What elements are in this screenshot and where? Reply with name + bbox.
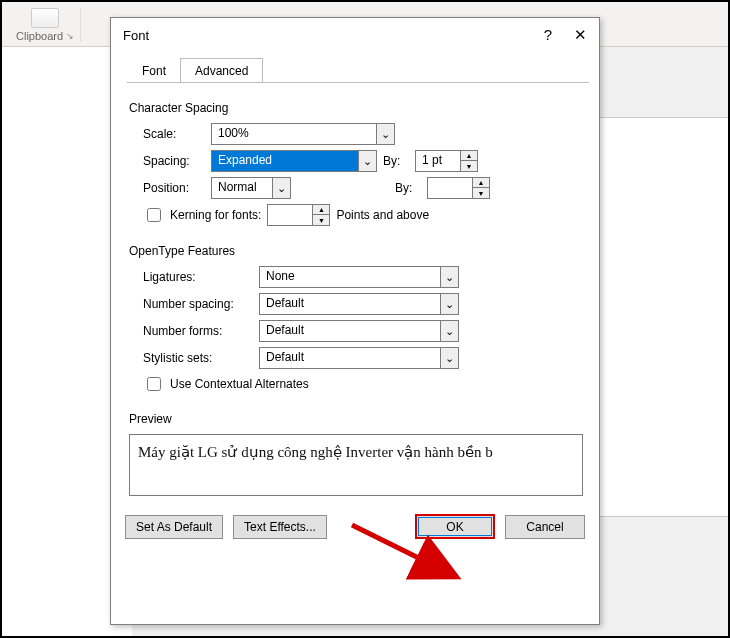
ok-button[interactable]: OK <box>415 514 495 539</box>
numforms-value: Default <box>260 321 440 341</box>
contextual-alternates-label: Use Contextual Alternates <box>170 377 309 391</box>
contextual-alternates-checkbox[interactable] <box>147 377 161 391</box>
position-value: Normal <box>212 178 272 198</box>
down-arrow-icon[interactable]: ▼ <box>313 215 329 225</box>
down-arrow-icon[interactable]: ▼ <box>473 188 489 198</box>
ligatures-label: Ligatures: <box>143 270 253 284</box>
stylistic-combo[interactable]: Default <box>259 347 459 369</box>
preview-text: Máy giặt LG sử dụng công nghệ Inverter v… <box>138 444 493 460</box>
scale-combo[interactable]: 100% <box>211 123 395 145</box>
kerning-suffix: Points and above <box>336 208 429 222</box>
chevron-down-icon[interactable] <box>376 124 394 144</box>
position-combo[interactable]: Normal <box>211 177 291 199</box>
kerning-spinner[interactable]: ▲▼ <box>267 204 330 226</box>
set-as-default-button[interactable]: Set As Default <box>125 515 223 539</box>
chevron-down-icon[interactable] <box>440 321 458 341</box>
stylistic-value: Default <box>260 348 440 368</box>
numspacing-value: Default <box>260 294 440 314</box>
up-arrow-icon[interactable]: ▲ <box>461 151 477 161</box>
spacing-label: Spacing: <box>143 154 205 168</box>
numspacing-label: Number spacing: <box>143 297 253 311</box>
chevron-down-icon[interactable] <box>272 178 290 198</box>
clipboard-group-label: Clipboard <box>16 30 63 42</box>
format-painter-button[interactable] <box>31 8 59 28</box>
spacing-by-value: 1 pt <box>416 151 460 171</box>
preview-group: Preview <box>129 412 583 426</box>
numforms-combo[interactable]: Default <box>259 320 459 342</box>
text-effects-button[interactable]: Text Effects... <box>233 515 327 539</box>
help-button[interactable]: ? <box>544 26 552 44</box>
ligatures-combo[interactable]: None <box>259 266 459 288</box>
scale-value: 100% <box>212 124 376 144</box>
up-arrow-icon[interactable]: ▲ <box>473 178 489 188</box>
numspacing-combo[interactable]: Default <box>259 293 459 315</box>
numforms-label: Number forms: <box>143 324 253 338</box>
character-spacing-group: Character Spacing <box>129 101 583 115</box>
tab-advanced[interactable]: Advanced <box>180 58 263 83</box>
chevron-down-icon[interactable] <box>358 151 376 171</box>
ligatures-value: None <box>260 267 440 287</box>
stylistic-label: Stylistic sets: <box>143 351 253 365</box>
scale-label: Scale: <box>143 127 205 141</box>
chevron-down-icon[interactable] <box>440 294 458 314</box>
spacing-value: Expanded <box>212 151 358 171</box>
position-by-label: By: <box>395 181 421 195</box>
down-arrow-icon[interactable]: ▼ <box>461 161 477 171</box>
position-by-value <box>428 178 472 198</box>
spacing-by-label: By: <box>383 154 409 168</box>
dialog-title: Font <box>123 28 149 43</box>
chevron-down-icon[interactable] <box>440 348 458 368</box>
up-arrow-icon[interactable]: ▲ <box>313 205 329 215</box>
position-label: Position: <box>143 181 205 195</box>
spacing-combo[interactable]: Expanded <box>211 150 377 172</box>
kerning-value <box>268 205 312 225</box>
spacing-by-spinner[interactable]: 1 pt ▲▼ <box>415 150 478 172</box>
font-dialog: Font ? ✕ Font Advanced Character Spacing… <box>110 17 600 625</box>
tab-font[interactable]: Font <box>127 58 181 83</box>
cancel-button[interactable]: Cancel <box>505 515 585 539</box>
preview-box: Máy giặt LG sử dụng công nghệ Inverter v… <box>129 434 583 496</box>
chevron-down-icon[interactable] <box>440 267 458 287</box>
position-by-spinner[interactable]: ▲▼ <box>427 177 490 199</box>
close-button[interactable]: ✕ <box>574 26 587 44</box>
kerning-checkbox[interactable] <box>147 208 161 222</box>
clipboard-launcher-icon[interactable]: ↘ <box>66 31 74 41</box>
opentype-group: OpenType Features <box>129 244 583 258</box>
kerning-label: Kerning for fonts: <box>170 208 261 222</box>
